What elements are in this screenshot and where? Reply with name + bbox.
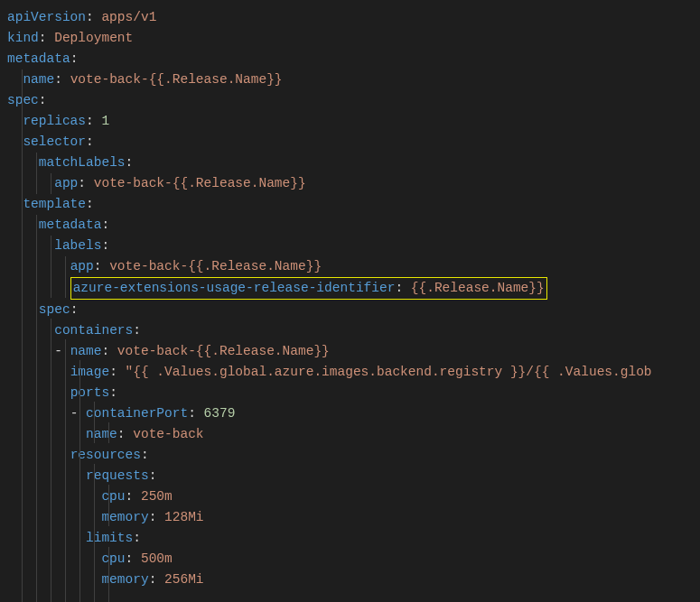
code-line-27[interactable]: cpu: 500m: [0, 549, 700, 570]
code-line-6[interactable]: replicas: 1: [0, 111, 700, 132]
code-line-9[interactable]: app: vote-back-{{.Release.Name}}: [0, 173, 700, 194]
code-line-8[interactable]: matchLabels:: [0, 153, 700, 173]
code-line-21[interactable]: name: vote-back: [0, 424, 700, 445]
code-line-15[interactable]: spec:: [0, 300, 700, 320]
code-line-14-highlighted[interactable]: azure-extensions-usage-release-identifie…: [0, 277, 700, 300]
code-line-13[interactable]: app: vote-back-{{.Release.Name}}: [0, 256, 700, 277]
code-line-25[interactable]: memory: 128Mi: [0, 507, 700, 528]
code-line-7[interactable]: selector:: [0, 132, 700, 153]
code-line-2[interactable]: kind: Deployment: [0, 28, 700, 49]
code-line-1[interactable]: apiVersion: apps/v1: [0, 7, 700, 28]
code-line-23[interactable]: requests:: [0, 466, 700, 486]
code-line-20[interactable]: - containerPort: 6379: [0, 403, 700, 424]
code-line-28[interactable]: memory: 256Mi: [0, 570, 700, 590]
code-line-4[interactable]: name: vote-back-{{.Release.Name}}: [0, 69, 700, 90]
code-line-16[interactable]: containers:: [0, 320, 700, 341]
code-line-11[interactable]: metadata:: [0, 215, 700, 236]
code-line-3[interactable]: metadata:: [0, 49, 700, 69]
code-line-24[interactable]: cpu: 250m: [0, 486, 700, 507]
code-line-17[interactable]: - name: vote-back-{{.Release.Name}}: [0, 341, 700, 362]
code-line-18[interactable]: image: "{{ .Values.global.azure.images.b…: [0, 362, 700, 383]
code-line-19[interactable]: ports:: [0, 383, 700, 403]
code-line-12[interactable]: labels:: [0, 236, 700, 256]
code-line-22[interactable]: resources:: [0, 445, 700, 466]
code-line-10[interactable]: template:: [0, 194, 700, 215]
code-line-26[interactable]: limits:: [0, 528, 700, 549]
code-editor[interactable]: apiVersion: apps/v1 kind: Deployment met…: [0, 7, 700, 590]
code-line-5[interactable]: spec:: [0, 90, 700, 111]
